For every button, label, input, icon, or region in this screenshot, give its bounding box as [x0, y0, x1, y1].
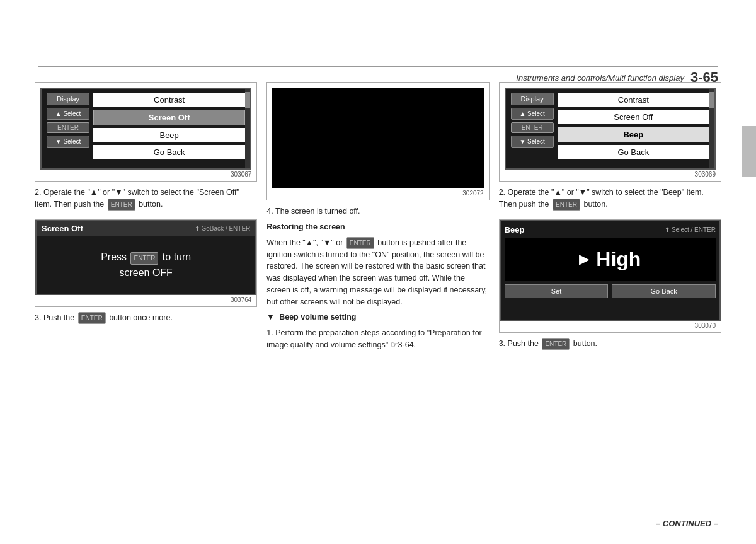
code-panel1-col2: 302072: [462, 190, 483, 197]
scrollbar-col1: [245, 89, 250, 168]
panel2-col1: Screen Off ⬆ GoBack / ENTER Press ENTER …: [35, 219, 257, 307]
panel1-col1: Display ▲ Select ENTER ▼ Select Contrast…: [35, 82, 257, 182]
beep-panel-title: Beep: [505, 225, 525, 234]
beep-topbar: Beep ⬆ Select / ENTER: [505, 225, 716, 234]
menu-item-beep-col3[interactable]: Beep: [558, 127, 709, 142]
down-select-col3[interactable]: ▼ Select: [511, 136, 554, 148]
scrollbar-col3: [709, 89, 714, 168]
scrollbar-thumb-col3: [709, 92, 714, 108]
beep-btns: Set Go Back: [505, 284, 716, 298]
beep-value-area: ▶ High: [505, 238, 716, 281]
col2: 302072 4. The screen is turned off. Rest…: [266, 82, 489, 506]
screen-off-title: Screen Off: [42, 224, 83, 233]
enter-key-panel2: ENTER: [130, 252, 158, 265]
text2-col1: 3. Push the ENTER button once more.: [35, 312, 257, 328]
menu-left-col3: Display ▲ Select ENTER ▼ Select: [511, 93, 554, 165]
menu-item-contrast-col3[interactable]: Contrast: [558, 93, 709, 107]
menu-display-col1: Display ▲ Select ENTER ▼ Select Contrast…: [40, 88, 251, 170]
code-panel2-col1: 303764: [231, 296, 251, 303]
menu-item-contrast-col1[interactable]: Contrast: [93, 93, 245, 107]
text1-col3: 2. Operate the "▲" or "▼" switch to sele…: [499, 187, 721, 214]
screen-off-topbar: Screen Off ⬆ GoBack / ENTER: [37, 221, 255, 236]
text-col2: 4. The screen is turned off. Restoring t…: [266, 205, 489, 355]
up-select-col1[interactable]: ▲ Select: [47, 108, 89, 120]
goback-button-beep[interactable]: Go Back: [612, 284, 716, 298]
col1: Display ▲ Select ENTER ▼ Select Contrast…: [35, 82, 257, 506]
header-title: Instruments and controls/Multi function …: [516, 73, 684, 83]
code-panel1-col3: 303069: [695, 171, 716, 178]
menu-item-goback-col1[interactable]: Go Back: [93, 145, 245, 159]
beep-arrow-left: ▶: [579, 252, 588, 267]
beep-value: High: [596, 248, 641, 271]
up-select-col3[interactable]: ▲ Select: [511, 108, 554, 120]
menu-item-goback-col3[interactable]: Go Back: [558, 145, 709, 159]
sidebar-tab: [742, 126, 756, 177]
screen-off-nav: ⬆ GoBack / ENTER: [195, 225, 251, 232]
display-button-col1[interactable]: Display: [47, 93, 89, 105]
display-button-col3[interactable]: Display: [511, 93, 554, 105]
menu-display-col3: Display ▲ Select ENTER ▼ Select Contrast…: [505, 88, 716, 170]
beep-display: Beep ⬆ Select / ENTER ▶ High Set Go Back: [500, 220, 721, 321]
columns-container: Display ▲ Select ENTER ▼ Select Contrast…: [35, 82, 721, 506]
text1-col1: 2. Operate the "▲" or "▼" switch to sele…: [35, 187, 257, 214]
menu-item-beep-col1[interactable]: Beep: [93, 128, 245, 142]
screen-off-display: Screen Off ⬆ GoBack / ENTER Press ENTER …: [35, 220, 256, 295]
enter-key-col1-2: ENTER: [78, 312, 106, 324]
set-button[interactable]: Set: [505, 284, 609, 298]
col3: Display ▲ Select ENTER ▼ Select Contrast…: [499, 82, 721, 506]
beep-panel-nav: ⬆ Select / ENTER: [665, 226, 716, 233]
panel1-col3: Display ▲ Select ENTER ▼ Select Contrast…: [499, 82, 721, 182]
menu-right-col1: Contrast Screen Off Beep Go Back: [93, 93, 245, 165]
enter-key-col3-1: ENTER: [553, 199, 580, 211]
footer: – CONTINUED –: [656, 519, 718, 528]
enter-btn-col3[interactable]: ENTER: [511, 122, 554, 133]
panel1-col2: 302072: [266, 82, 489, 200]
beep-triangle: ▼: [266, 313, 274, 321]
screen-off-body: Press ENTER to turn screen OFF: [37, 236, 255, 294]
menu-item-screenoff-col1[interactable]: Screen Off: [93, 110, 245, 125]
text2-col3: 3. Push the ENTER button.: [499, 338, 721, 354]
code-panel1-col1: 303067: [231, 171, 251, 178]
enter-btn-col1[interactable]: ENTER: [47, 122, 89, 133]
down-select-col1[interactable]: ▼ Select: [47, 136, 89, 148]
enter-key-col2: ENTER: [346, 237, 374, 249]
menu-item-screenoff-col3[interactable]: Screen Off: [558, 110, 709, 124]
black-screen: [272, 88, 483, 188]
panel2-col3: Beep ⬆ Select / ENTER ▶ High Set Go Back…: [499, 219, 721, 333]
scrollbar-thumb-col1: [245, 92, 250, 108]
enter-key-col1-1: ENTER: [108, 199, 135, 211]
menu-right-col3: Contrast Screen Off Beep Go Back: [558, 93, 709, 165]
code-panel2-col3: 303070: [695, 322, 716, 329]
screen-off-text: Press ENTER to turn screen OFF: [49, 249, 243, 281]
menu-left-col1: Display ▲ Select ENTER ▼ Select: [47, 93, 89, 165]
enter-key-col3-2: ENTER: [542, 338, 570, 350]
